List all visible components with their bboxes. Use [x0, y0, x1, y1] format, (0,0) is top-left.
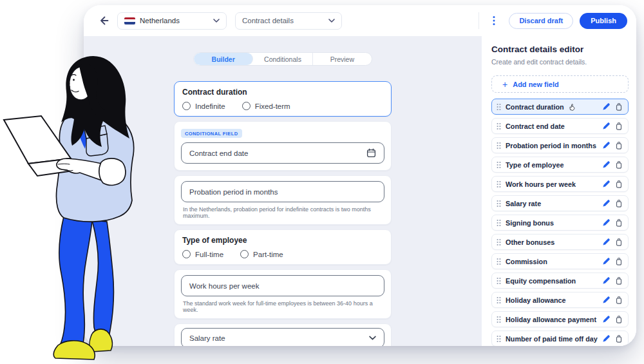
sidebar-subtitle: Create and edit contract details.	[491, 58, 629, 66]
drag-handle-icon[interactable]	[497, 219, 501, 227]
tab-conditionals[interactable]: Conditionals	[253, 53, 312, 65]
delete-trash-icon[interactable]	[615, 334, 623, 343]
field-row[interactable]: Other bonuses	[491, 234, 629, 250]
country-select-value: Netherlands	[140, 17, 180, 24]
kebab-menu-icon	[493, 15, 495, 26]
drag-handle-icon[interactable]	[497, 161, 501, 169]
drag-handle-icon[interactable]	[497, 180, 501, 188]
delete-trash-icon[interactable]	[615, 218, 623, 227]
radio-indefinite[interactable]: Indefinite	[182, 102, 225, 110]
drag-handle-icon[interactable]	[497, 335, 501, 343]
edit-pencil-icon[interactable]	[602, 315, 611, 323]
delete-trash-icon[interactable]	[615, 141, 623, 149]
radio-circle-icon	[182, 250, 191, 258]
drag-handle-icon[interactable]	[497, 103, 501, 111]
edit-pencil-icon[interactable]	[602, 334, 611, 343]
back-button[interactable]	[95, 12, 112, 29]
salary-rate-select[interactable]: Salary rate	[181, 328, 384, 346]
content-area: Builder Conditionals Preview Contract du…	[84, 36, 636, 346]
delete-trash-icon[interactable]	[615, 315, 623, 323]
field-row[interactable]: Type of employee	[491, 157, 629, 173]
radio-group: Full-time Part-time	[182, 250, 383, 258]
card-contract-duration[interactable]: Contract duration Indefinite Fixed-term	[174, 81, 392, 117]
work-hours-input[interactable]: Work hours per week	[181, 275, 384, 296]
delete-trash-icon[interactable]	[615, 238, 623, 246]
template-select-value: Contract details	[242, 17, 294, 24]
more-options-button[interactable]	[487, 12, 501, 29]
field-row[interactable]: Work hours per week	[491, 176, 629, 192]
contract-end-date-input[interactable]: Contract end date	[181, 142, 384, 164]
field-row[interactable]: Commission	[491, 253, 629, 269]
arrow-left-icon	[98, 15, 109, 26]
add-new-field-button[interactable]: + Add new field	[491, 75, 629, 93]
card-salary-rate[interactable]: Salary rate	[174, 323, 392, 346]
delete-trash-icon[interactable]	[615, 276, 623, 285]
country-select[interactable]: Netherlands	[117, 12, 227, 30]
calendar-icon	[366, 148, 376, 158]
sidebar-title: Contract details editor	[491, 44, 629, 54]
field-row[interactable]: Equity compensation	[491, 273, 629, 289]
field-row[interactable]: Holiday allowance	[491, 292, 629, 308]
input-value: Work hours per week	[189, 282, 259, 290]
radio-fixed-term[interactable]: Fixed-term	[242, 102, 290, 110]
template-select[interactable]: Contract details	[235, 12, 342, 30]
field-row[interactable]: Salary rate	[491, 195, 629, 211]
field-row-label: Contract duration	[506, 103, 598, 111]
edit-pencil-icon[interactable]	[602, 218, 611, 227]
tab-builder[interactable]: Builder	[194, 53, 253, 65]
publish-button[interactable]: Publish	[580, 13, 627, 29]
radio-label: Indefinite	[195, 102, 225, 110]
delete-trash-icon[interactable]	[615, 160, 623, 169]
radio-label: Fixed-term	[255, 102, 290, 110]
drag-handle-icon[interactable]	[497, 277, 501, 285]
card-work-hours[interactable]: Work hours per week The standard work we…	[174, 269, 392, 319]
field-row-label: Signing bonus	[506, 219, 598, 227]
edit-pencil-icon[interactable]	[602, 122, 611, 130]
edit-pencil-icon[interactable]	[602, 199, 611, 207]
radio-label: Part-time	[253, 251, 283, 258]
field-row[interactable]: Contract end date	[491, 118, 629, 134]
field-row-label: Salary rate	[506, 200, 598, 207]
drag-handle-icon[interactable]	[497, 142, 501, 149]
card-contract-end-date[interactable]: CONDITIONAL FIELD Contract end date	[174, 121, 392, 171]
discard-draft-button[interactable]: Discard draft	[509, 13, 573, 29]
radio-circle-icon	[242, 102, 251, 110]
field-row-label: Type of employee	[506, 161, 598, 169]
delete-trash-icon[interactable]	[615, 257, 623, 265]
card-probation[interactable]: Probation period in months In the Nether…	[174, 175, 392, 225]
delete-trash-icon[interactable]	[615, 122, 623, 130]
edit-pencil-icon[interactable]	[602, 141, 611, 149]
drag-handle-icon[interactable]	[497, 296, 501, 304]
delete-trash-icon[interactable]	[615, 296, 623, 304]
field-row[interactable]: Probation period in months	[491, 137, 629, 153]
card-title: Contract duration	[182, 88, 383, 97]
tab-preview[interactable]: Preview	[313, 53, 372, 65]
field-row[interactable]: Number of paid time off days	[491, 330, 629, 346]
field-row[interactable]: Holiday allowance payment fre...	[491, 311, 629, 327]
drag-handle-icon[interactable]	[497, 238, 501, 246]
probation-input[interactable]: Probation period in months	[181, 181, 384, 202]
edit-pencil-icon[interactable]	[602, 276, 611, 285]
edit-pencil-icon[interactable]	[602, 102, 611, 111]
radio-full-time[interactable]: Full-time	[182, 250, 223, 258]
drag-handle-icon[interactable]	[497, 258, 501, 265]
drag-handle-icon[interactable]	[497, 200, 501, 207]
radio-part-time[interactable]: Part-time	[240, 250, 283, 258]
edit-pencil-icon[interactable]	[602, 296, 611, 304]
edit-pencil-icon[interactable]	[602, 180, 611, 188]
helper-text: The standard work week for full-time emp…	[181, 300, 384, 313]
builder-column: Builder Conditionals Preview Contract du…	[84, 36, 482, 346]
drag-handle-icon[interactable]	[497, 122, 501, 130]
edit-pencil-icon[interactable]	[602, 238, 611, 246]
radio-label: Full-time	[195, 251, 223, 258]
conditional-field-badge: CONDITIONAL FIELD	[181, 129, 242, 138]
drag-handle-icon[interactable]	[497, 316, 501, 323]
edit-pencil-icon[interactable]	[602, 160, 611, 169]
field-row[interactable]: Contract duration	[491, 99, 629, 115]
edit-pencil-icon[interactable]	[602, 257, 611, 265]
delete-trash-icon[interactable]	[615, 102, 623, 111]
delete-trash-icon[interactable]	[615, 199, 623, 207]
delete-trash-icon[interactable]	[615, 180, 623, 188]
field-row[interactable]: Signing bonus	[491, 215, 629, 231]
card-employee-type[interactable]: Type of employee Full-time Part-time	[174, 229, 392, 265]
